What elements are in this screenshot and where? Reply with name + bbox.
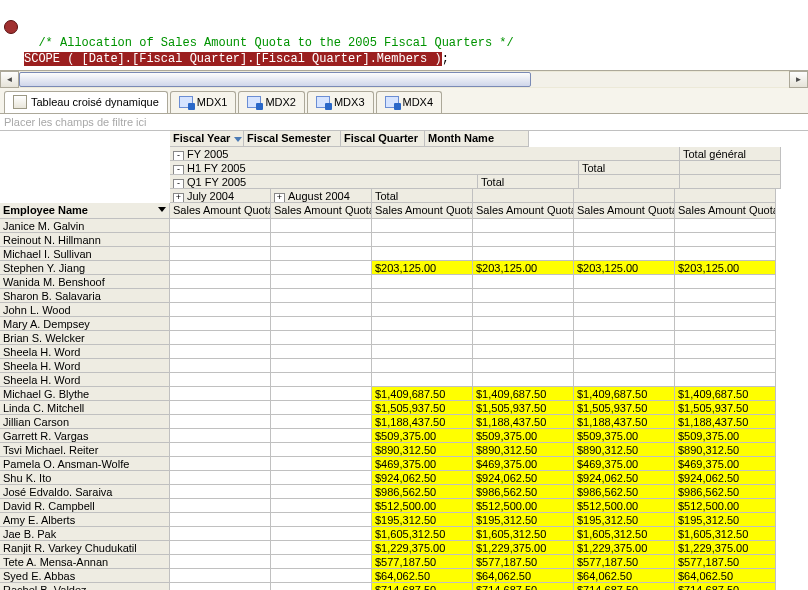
data-cell[interactable] [574, 233, 675, 247]
data-cell[interactable]: $1,409,687.50 [675, 387, 776, 401]
data-cell[interactable]: $577,187.50 [574, 555, 675, 569]
data-cell[interactable] [170, 569, 271, 583]
row-label[interactable]: Tsvi Michael. Reiter [0, 443, 170, 457]
col-field-month-name[interactable]: Month Name [425, 131, 529, 147]
data-cell[interactable]: $64,062.50 [473, 569, 574, 583]
data-cell[interactable]: $890,312.50 [574, 443, 675, 457]
data-cell[interactable]: $1,605,312.50 [574, 527, 675, 541]
scroll-left-button[interactable]: ◄ [0, 71, 19, 88]
data-cell[interactable] [170, 527, 271, 541]
data-cell[interactable] [473, 345, 574, 359]
data-cell[interactable]: $986,562.50 [372, 485, 473, 499]
data-cell[interactable] [473, 247, 574, 261]
data-cell[interactable] [170, 275, 271, 289]
row-label[interactable]: Brian S. Welcker [0, 331, 170, 345]
row-label[interactable]: Sheela H. Word [0, 359, 170, 373]
data-cell[interactable]: $890,312.50 [675, 443, 776, 457]
data-cell[interactable] [372, 359, 473, 373]
data-cell[interactable] [271, 569, 372, 583]
data-cell[interactable] [170, 233, 271, 247]
data-cell[interactable]: $890,312.50 [372, 443, 473, 457]
data-cell[interactable] [271, 415, 372, 429]
data-cell[interactable] [271, 387, 372, 401]
data-cell[interactable] [473, 289, 574, 303]
col-q1[interactable]: -Q1 FY 2005 [170, 175, 478, 189]
data-cell[interactable]: $1,188,437.50 [574, 415, 675, 429]
data-cell[interactable]: $1,229,375.00 [473, 541, 574, 555]
data-cell[interactable] [473, 233, 574, 247]
data-cell[interactable] [473, 275, 574, 289]
data-cell[interactable] [170, 499, 271, 513]
collapse-icon[interactable]: - [173, 179, 184, 189]
row-label[interactable]: David R. Campbell [0, 499, 170, 513]
tab-mdx3[interactable]: MDX3 [307, 91, 374, 113]
row-label[interactable]: Wanida M. Benshoof [0, 275, 170, 289]
data-cell[interactable] [675, 233, 776, 247]
data-cell[interactable] [372, 345, 473, 359]
data-cell[interactable] [170, 331, 271, 345]
data-cell[interactable] [574, 289, 675, 303]
collapse-icon[interactable]: - [173, 165, 184, 175]
data-cell[interactable] [170, 429, 271, 443]
data-cell[interactable]: $714,687.50 [574, 583, 675, 590]
data-cell[interactable] [271, 429, 372, 443]
data-cell[interactable] [574, 219, 675, 233]
data-cell[interactable] [574, 373, 675, 387]
col-august[interactable]: +August 2004 [271, 189, 372, 203]
row-label[interactable]: Sharon B. Salavaria [0, 289, 170, 303]
collapse-icon[interactable]: - [173, 151, 184, 161]
data-cell[interactable] [170, 555, 271, 569]
data-cell[interactable] [473, 219, 574, 233]
data-cell[interactable] [170, 345, 271, 359]
data-cell[interactable] [271, 317, 372, 331]
data-cell[interactable] [372, 275, 473, 289]
data-cell[interactable]: $509,375.00 [473, 429, 574, 443]
data-cell[interactable]: $1,188,437.50 [675, 415, 776, 429]
data-cell[interactable]: $1,229,375.00 [574, 541, 675, 555]
code-scrollbar[interactable]: ◄ ► [0, 70, 808, 88]
data-cell[interactable] [170, 485, 271, 499]
data-cell[interactable] [271, 513, 372, 527]
data-cell[interactable] [271, 541, 372, 555]
row-label[interactable]: Syed E. Abbas [0, 569, 170, 583]
data-cell[interactable]: $924,062.50 [675, 471, 776, 485]
data-cell[interactable]: $469,375.00 [473, 457, 574, 471]
row-label[interactable]: John L. Wood [0, 303, 170, 317]
col-field-fiscal-semester[interactable]: Fiscal Semester [244, 131, 341, 147]
data-cell[interactable] [170, 359, 271, 373]
data-cell[interactable] [271, 443, 372, 457]
data-cell[interactable] [372, 373, 473, 387]
data-cell[interactable]: $512,500.00 [473, 499, 574, 513]
data-cell[interactable]: $1,188,437.50 [372, 415, 473, 429]
data-cell[interactable] [473, 359, 574, 373]
data-cell[interactable] [271, 373, 372, 387]
data-cell[interactable] [170, 541, 271, 555]
data-cell[interactable]: $195,312.50 [372, 513, 473, 527]
data-cell[interactable] [372, 303, 473, 317]
breakpoint-marker[interactable] [4, 20, 18, 34]
tab-mdx4[interactable]: MDX4 [376, 91, 443, 113]
data-cell[interactable] [574, 359, 675, 373]
col-fy2005[interactable]: -FY 2005 [170, 147, 680, 161]
data-cell[interactable]: $1,605,312.50 [675, 527, 776, 541]
data-cell[interactable]: $1,409,687.50 [372, 387, 473, 401]
data-cell[interactable] [675, 275, 776, 289]
data-cell[interactable] [271, 457, 372, 471]
row-label[interactable]: Mary A. Dempsey [0, 317, 170, 331]
data-cell[interactable]: $469,375.00 [675, 457, 776, 471]
data-cell[interactable]: $469,375.00 [574, 457, 675, 471]
data-cell[interactable]: $64,062.50 [372, 569, 473, 583]
data-cell[interactable]: $714,687.50 [372, 583, 473, 590]
data-cell[interactable]: $986,562.50 [675, 485, 776, 499]
data-cell[interactable] [271, 303, 372, 317]
scroll-right-button[interactable]: ► [789, 71, 808, 88]
expand-icon[interactable]: + [274, 193, 285, 203]
data-cell[interactable] [675, 289, 776, 303]
data-cell[interactable] [675, 247, 776, 261]
data-cell[interactable] [170, 387, 271, 401]
data-cell[interactable] [372, 233, 473, 247]
data-cell[interactable]: $195,312.50 [675, 513, 776, 527]
data-cell[interactable] [170, 513, 271, 527]
data-cell[interactable] [372, 247, 473, 261]
row-label[interactable]: Janice M. Galvin [0, 219, 170, 233]
